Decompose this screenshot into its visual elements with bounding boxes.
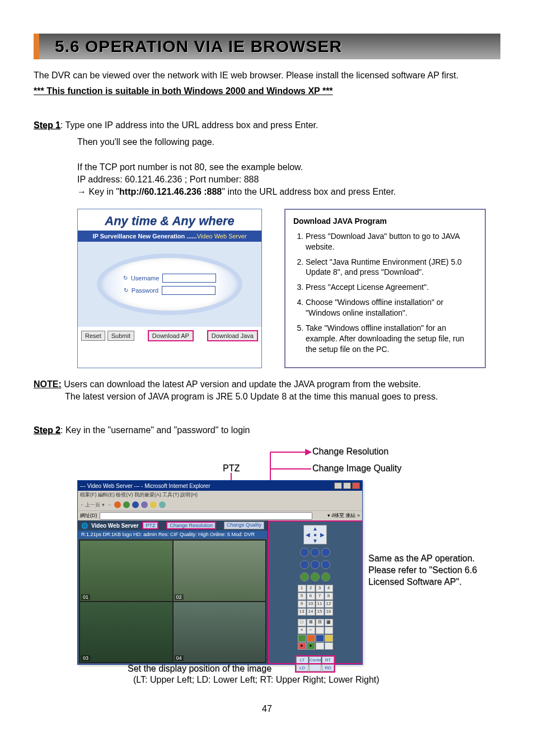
video-quad: 01 02 03 04: [79, 539, 266, 663]
ie-title-text: --- Video Web Server --- - Microsoft Int…: [80, 483, 210, 489]
java-box-title: Download JAVA Program: [293, 217, 477, 226]
rt-button[interactable]: RT: [322, 656, 334, 664]
video-cell-2[interactable]: 02: [174, 541, 266, 601]
username-label: Username: [131, 275, 160, 281]
step1-body: : Type one IP address into the URL addre…: [60, 120, 318, 130]
center-button[interactable]: Center: [309, 656, 321, 664]
channel-grid[interactable]: 1234 5678 9101112 13141516: [298, 585, 333, 616]
ptz-dpad[interactable]: ▲ ◀●▶ ▼: [303, 525, 327, 544]
address-input[interactable]: [100, 512, 312, 520]
ie-app-title: 🌐 Video Web Server PTZ Change Resolution…: [78, 520, 268, 530]
split-controls[interactable]: □⊞⊟▦ +− ●●: [298, 619, 333, 650]
callout-change-quality: Change Image Quality: [312, 463, 401, 473]
up-icon[interactable]: ▲: [311, 525, 318, 532]
ie-menubar[interactable]: 檔案(F) 編輯(E) 檢視(V) 我的最愛(A) 工具(T) 說明(H): [78, 491, 362, 499]
history-icon[interactable]: [159, 501, 166, 508]
java-step-2: Select "Java Runtime Environment (JRE) 5…: [306, 257, 477, 278]
refresh-icon: ↻: [124, 287, 128, 293]
ptz-btn[interactable]: [321, 572, 330, 581]
minimize-button[interactable]: [334, 482, 342, 489]
ie-window: --- Video Web Server --- - Microsoft Int…: [77, 480, 363, 665]
submit-button[interactable]: Submit: [107, 331, 134, 341]
step1-tcp: If the TCP port number is not 80, see th…: [77, 161, 500, 173]
java-step-4: Choose "Windows offline installation" or…: [306, 297, 477, 318]
lt-button[interactable]: LT: [296, 656, 308, 664]
java-step-5: Take "Windows offline installation" for …: [306, 323, 477, 355]
ie-toolbar[interactable]: ←上一頁 ▾ →: [78, 499, 362, 510]
step2-block: Step 2: Key in the "username" and "passw…: [34, 425, 500, 687]
addr-label: 網址(D): [80, 512, 97, 519]
section-title-bar: 5.6 OPERATION VIA IE BROWSER: [34, 34, 500, 59]
left-icon[interactable]: ◀: [304, 532, 311, 538]
callout-change-res: Change Resolution: [312, 447, 388, 457]
center-icon[interactable]: ●: [311, 532, 318, 538]
ptz-pill[interactable]: PTZ: [142, 522, 158, 529]
callout-ptz: PTZ: [223, 463, 240, 473]
login-header-text: Any time & Any where: [105, 214, 234, 228]
ld-button[interactable]: LD: [296, 664, 308, 672]
java-step-3: Press "Accept License Agreement".: [306, 282, 477, 293]
video-cell-4[interactable]: 04: [174, 602, 266, 663]
login-header: Any time & Any where: [78, 209, 261, 231]
login-panel: Any time & Any where IP Surveillance New…: [77, 209, 262, 368]
note-block: NOTE: Users can download the latest AP v…: [34, 378, 500, 403]
favorites-icon[interactable]: [150, 501, 157, 508]
ptz-btn[interactable]: [300, 560, 309, 569]
quality-pill[interactable]: Change Quality: [224, 522, 264, 529]
java-download-box: Download JAVA Program Press "Download Ja…: [284, 209, 486, 368]
username-row: ↻ Username: [123, 274, 217, 283]
java-steps-list: Press "Download Java" button to go to JA…: [306, 231, 477, 355]
username-input[interactable]: [162, 274, 216, 283]
password-row: ↻ Password: [124, 286, 216, 295]
resolution-pill[interactable]: Change Resolution: [166, 522, 216, 529]
right-icon[interactable]: ▶: [319, 532, 326, 538]
reset-button[interactable]: Reset: [81, 331, 105, 341]
refresh-icon[interactable]: [123, 501, 130, 508]
video-cell-1[interactable]: 01: [80, 541, 172, 601]
login-subtitle: IP Surveillance New Generation ......Vid…: [78, 231, 261, 242]
rd-button[interactable]: RD: [322, 664, 334, 672]
ptz-btn[interactable]: [300, 548, 309, 557]
back-icon[interactable]: ←上一頁 ▾: [80, 501, 105, 509]
ptz-btn[interactable]: [321, 548, 330, 557]
step1-line2: Then you'll see the following page.: [77, 136, 500, 148]
ie-content: 🌐 Video Web Server PTZ Change Resolution…: [78, 520, 362, 664]
ie-right-pane: ▲ ◀●▶ ▼ 1234 5678 9101112 13141516 □⊞⊟▦: [268, 520, 362, 664]
login-buttons: Reset Submit Download AP Download Java: [78, 327, 261, 345]
note-label: NOTE:: [34, 379, 62, 389]
down-icon[interactable]: ▼: [311, 538, 318, 544]
video-cell-3[interactable]: 03: [80, 602, 172, 663]
intro-bold-note: *** This function is suitable in both Wi…: [34, 85, 500, 97]
ie-left-pane: 🌐 Video Web Server PTZ Change Resolution…: [78, 520, 268, 664]
close-button[interactable]: [352, 482, 360, 489]
callout-ap-note: Same as the AP operation. Please refer t…: [368, 553, 497, 588]
globe-icon: 🌐: [81, 523, 88, 529]
ptz-btn[interactable]: [311, 572, 320, 581]
search-icon[interactable]: [141, 501, 148, 508]
ie-titlebar: --- Video Web Server --- - Microsoft Int…: [78, 481, 362, 491]
stop-icon[interactable]: [114, 501, 121, 508]
forward-icon[interactable]: →: [107, 502, 112, 508]
step1-keyin: → Key in "http://60.121.46.236 :888" int…: [77, 186, 500, 198]
note-line1: Users can download the latest AP version…: [62, 379, 421, 389]
step1-label: Step 1: [34, 120, 60, 130]
ie-status-strip: R:1.21ps DR:1KB logo HD: admin Res: CIF …: [78, 530, 268, 538]
callout-bottom: Set the display position of the image: [128, 664, 271, 674]
download-java-button[interactable]: Download Java: [207, 330, 258, 341]
corner-controls[interactable]: LT Center RT LD RD: [295, 655, 335, 673]
ptz-btn[interactable]: [321, 560, 330, 569]
ptz-btn[interactable]: [311, 560, 320, 569]
java-step-1: Press "Download Java" button to go to JA…: [306, 231, 477, 252]
download-ap-button[interactable]: Download AP: [148, 330, 194, 341]
step2-label: Step 2: [34, 425, 60, 435]
page-number: 47: [34, 704, 500, 714]
ie-address-bar: 網址(D) ▾ ∂移至 連結 »: [78, 510, 362, 520]
password-input[interactable]: [162, 286, 216, 295]
maximize-button[interactable]: [343, 482, 351, 489]
intro-paragraph: The DVR can be viewed over the network w…: [34, 69, 500, 82]
ptz-btn[interactable]: [300, 572, 309, 581]
password-label: Password: [132, 287, 158, 294]
home-icon[interactable]: [132, 501, 139, 508]
ptz-btn[interactable]: [311, 548, 320, 557]
login-body: ↻ Username ↻ Password: [78, 242, 261, 327]
